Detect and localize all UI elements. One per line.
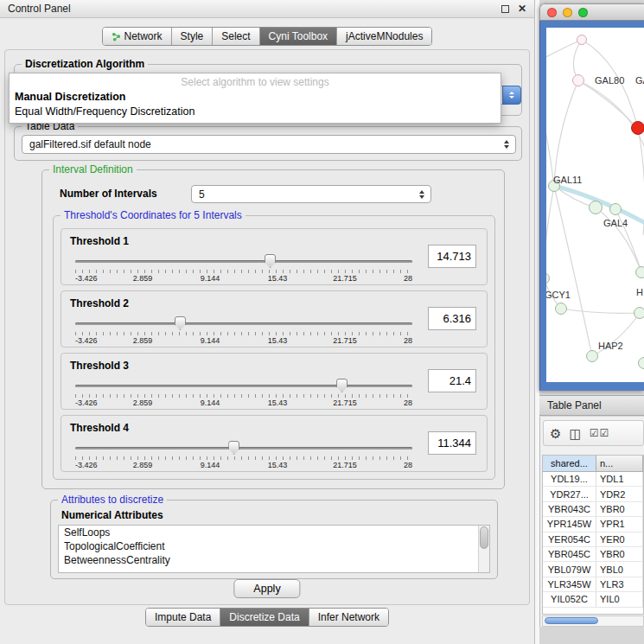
table-row[interactable]: YLR345WYLR3	[543, 577, 643, 592]
threshold-value-1[interactable]: 14.713	[428, 245, 476, 268]
scale-label: 15.43	[268, 461, 288, 469]
threshold-slider-2[interactable]	[75, 316, 412, 331]
float-window-icon[interactable]	[501, 5, 509, 13]
bottom-tab-infer-network[interactable]: Infer Network	[309, 609, 388, 626]
bottom-tab-impute-data[interactable]: Impute Data	[146, 609, 220, 626]
traffic-lights	[547, 8, 588, 17]
attributes-scrollbar-thumb[interactable]	[480, 526, 488, 549]
column-checkboxes-icon[interactable]: ☑☑	[590, 428, 610, 438]
tab-jactivemnodules[interactable]: jActiveMNodules	[337, 28, 431, 45]
network-window-titlebar[interactable]	[539, 3, 644, 21]
threshold-slider-4[interactable]	[75, 441, 412, 456]
slider-thumb[interactable]	[228, 441, 239, 455]
network-node-label: H	[636, 287, 643, 297]
tab-network[interactable]: Network	[103, 28, 172, 45]
threshold-panel-2: Threshold 2-3.4262.8599.14415.4321.71528…	[61, 290, 488, 348]
table-panel-body: ⚙◫☑☑ shared...n... YDL19...YDL1YDR27...Y…	[539, 417, 644, 627]
column-header-shared[interactable]: shared...	[543, 456, 596, 472]
bottom-tab-discretize-data[interactable]: Discretize Data	[220, 609, 309, 626]
scale-label: 21.715	[333, 336, 357, 345]
attribute-item-topologicalcoefficient[interactable]: TopologicalCoefficient	[59, 539, 489, 553]
table-panel-titlebar[interactable]: Table Panel	[539, 395, 644, 416]
number-of-intervals-select[interactable]: 5	[191, 185, 431, 203]
table-cell: YDR27...	[543, 487, 596, 501]
slider-ticks-icon	[75, 332, 412, 335]
attributes-scrollbar[interactable]	[478, 526, 489, 572]
table-toolbar: ⚙◫☑☑	[543, 420, 644, 446]
tab-style[interactable]: Style	[172, 28, 214, 45]
table-row[interactable]: YBL079WYBL0	[543, 562, 643, 577]
threshold-panel-1: Threshold 1-3.4262.8599.14415.4321.71528…	[61, 228, 488, 285]
bottom-tab-group: Impute DataDiscretize DataInfer Network	[145, 608, 389, 627]
network-node[interactable]	[572, 74, 584, 86]
close-window-icon[interactable]: ✕	[518, 3, 526, 14]
scale-label: 21.715	[333, 399, 357, 407]
horizontal-scrollbar-thumb[interactable]	[545, 617, 598, 624]
network-tab-icon	[112, 32, 121, 41]
tab-cyni-toolbox[interactable]: Cyni Toolbox	[260, 28, 337, 45]
network-canvas[interactable]: GAL80GAGAL11GAL4GCY1HHAP2	[546, 28, 644, 382]
gear-icon[interactable]: ⚙	[550, 427, 561, 440]
network-node[interactable]	[586, 350, 598, 362]
table-row[interactable]: YDL19...YDL1	[543, 472, 643, 487]
attribute-item-selfloops[interactable]: SelfLoops	[59, 526, 489, 539]
tab-label: Cyni Toolbox	[269, 30, 328, 42]
algorithm-dropdown-options: Manual DiscretizationEqual Width/Frequen…	[10, 90, 501, 119]
table-data-select[interactable]: galFiltered.sif default node	[22, 135, 516, 154]
attribute-item-betweennesscentrality[interactable]: BetweennessCentrality	[59, 553, 489, 567]
interval-definition-legend: Interval Definition	[49, 163, 137, 175]
traffic-light-close-icon[interactable]	[547, 8, 557, 17]
scale-label: 9.144	[201, 399, 220, 407]
horizontal-scrollbar[interactable]	[542, 615, 644, 627]
traffic-light-minimize-icon[interactable]	[563, 8, 572, 17]
columns-icon[interactable]: ◫	[569, 427, 581, 440]
network-node-label: GAL11	[553, 175, 582, 185]
combo-stepper-icon	[419, 190, 424, 199]
slider-thumb[interactable]	[336, 379, 348, 392]
threshold-value-4[interactable]: 11.344	[428, 431, 476, 455]
algorithm-option-equal-width-frequency-discretization[interactable]: Equal Width/Frequency Discretization	[10, 105, 501, 119]
apply-button[interactable]: Apply	[233, 579, 300, 598]
table-panel: Table Panel ⚙◫☑☑ shared...n... YDL19...Y…	[539, 395, 644, 627]
network-node-label: GAL4	[603, 218, 628, 228]
network-node[interactable]	[638, 357, 644, 369]
tab-select[interactable]: Select	[213, 28, 259, 45]
network-node[interactable]	[555, 303, 567, 315]
table-cell: YBL079W	[543, 562, 596, 576]
top-tab-group: NetworkStyleSelectCyni ToolboxjActiveMNo…	[102, 27, 433, 46]
table-row[interactable]: YBR043CYBR0	[543, 502, 643, 517]
network-node[interactable]	[609, 203, 622, 215]
column-header-n[interactable]: n...	[596, 456, 643, 472]
table-cell: YPR1	[596, 517, 643, 531]
network-node[interactable]	[577, 35, 587, 45]
network-node[interactable]	[589, 201, 603, 214]
network-node[interactable]	[634, 307, 644, 319]
scale-label: 21.715	[333, 274, 357, 283]
table-cell: YER0	[596, 532, 643, 546]
control-panel-window: Control Panel ✕ NetworkStyleSelectCyni T…	[0, 0, 535, 644]
slider-thumb[interactable]	[265, 254, 276, 268]
threshold-value-2[interactable]: 6.316	[428, 307, 476, 330]
table-row[interactable]: YER054CYER0	[543, 532, 643, 547]
scale-label: 9.144	[201, 461, 220, 469]
slider-thumb[interactable]	[175, 316, 186, 330]
numerical-attributes-list[interactable]: SelfLoopsTopologicalCoefficientBetweenne…	[58, 525, 490, 573]
network-node[interactable]	[631, 121, 644, 135]
screen: Control Panel ✕ NetworkStyleSelectCyni T…	[0, 0, 644, 644]
network-node-label: GAL80	[595, 75, 624, 86]
table-row[interactable]: YIL052CYIL0	[543, 592, 643, 607]
table-row[interactable]: YPR145WYPR1	[543, 517, 643, 532]
scale-label: 15.43	[268, 399, 288, 407]
traffic-light-zoom-icon[interactable]	[578, 8, 588, 17]
threshold-slider-3[interactable]	[75, 379, 412, 393]
table-row[interactable]: YDR27...YDR2	[543, 487, 643, 501]
algorithm-option-manual-discretization[interactable]: Manual Discretization	[10, 90, 501, 105]
threshold-slider-1[interactable]	[75, 254, 412, 269]
table-row[interactable]: YBR045CYBR0	[543, 547, 643, 562]
threshold-value-3[interactable]: 21.4	[428, 369, 476, 392]
scale-label: 28	[404, 399, 412, 407]
scale-label: 9.144	[201, 336, 220, 345]
combo-stepper-icon[interactable]	[502, 86, 521, 105]
algorithm-dropdown-popup: Select algorithm to view settings Manual…	[9, 73, 501, 124]
network-node[interactable]	[635, 266, 644, 278]
